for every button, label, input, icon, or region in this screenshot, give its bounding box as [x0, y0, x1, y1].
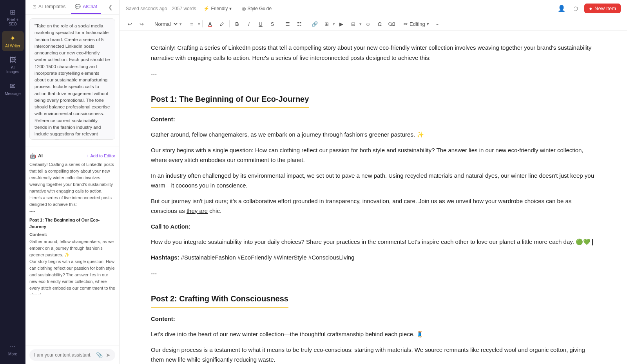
post1-cta-content: How do you integrate sustainability into…: [151, 238, 591, 245]
more-icon: ···: [10, 342, 16, 351]
editing-label: Editing: [410, 21, 425, 27]
ai-writer-icon: ✦: [10, 34, 16, 43]
sidebar-item-ai-images[interactable]: 🖼 AI Images: [2, 53, 24, 77]
sidebar: ⊞ Brief + SEO ✦ AI Writer 🖼 AI Images ✉ …: [0, 0, 25, 364]
top-bar-right: 👤 ⬡ ● New Item: [556, 3, 621, 14]
format-chevron-icon: ▾: [179, 22, 182, 27]
add-to-editor-button[interactable]: + Add to Editor: [87, 153, 115, 158]
saved-status: Saved seconds ago: [126, 6, 167, 11]
format-select[interactable]: Normal: [151, 21, 179, 27]
tone-chevron-icon: ▾: [229, 6, 232, 11]
panel: ⊡ AI Templates 💬 AIChat ❮ "Take on the r…: [25, 0, 120, 364]
style-guide-icon: ◎: [242, 6, 246, 11]
new-item-label: New Item: [594, 5, 616, 11]
separator-2: ---: [151, 268, 596, 279]
grid-button[interactable]: ⊟: [348, 19, 359, 29]
toolbar-sep-3: [202, 20, 203, 27]
sidebar-more-label: More: [8, 352, 17, 356]
sidebar-item-brief[interactable]: ⊞ Brief + SEO: [2, 5, 24, 29]
toolbar-more-button[interactable]: ···: [432, 19, 443, 29]
add-to-editor-label: Add to Editor: [90, 153, 115, 158]
emoji-button[interactable]: ☺: [362, 19, 373, 29]
sidebar-ai-images-label: AI Images: [4, 65, 22, 74]
red-dot-icon: ●: [589, 5, 592, 11]
sidebar-item-more[interactable]: ··· More: [2, 339, 24, 359]
post1-para4: But our journey isn't just ours; it's a …: [151, 196, 596, 216]
toolbar: ↩ ↪ Normal ▾ ≡ ▾ A 🖊 B I U S ☰ ☷ 🔗 ⊞ ▾ ▶…: [120, 17, 627, 31]
hashtags-label: Hashtags:: [151, 254, 179, 261]
attach-button[interactable]: 📎: [96, 352, 103, 358]
post1-hashtags: Hashtags: #SustainableFashion #EcoFriend…: [151, 252, 596, 263]
brief-icon: ⊞: [10, 8, 16, 16]
prompt-text: "Take on the role of a social media mark…: [34, 23, 110, 140]
tab-aichat[interactable]: 💬 AIChat: [71, 0, 101, 14]
word-count: 2057 words: [172, 6, 196, 11]
toolbar-sep-7: [399, 20, 399, 27]
tone-icon: ⚡: [203, 6, 209, 11]
chat-input-wrap: 📎 ➤: [29, 349, 115, 361]
tone-selector[interactable]: ⚡ Friendly ▾: [201, 5, 234, 13]
panel-collapse-btn[interactable]: ❮: [105, 0, 116, 14]
chat-input[interactable]: [34, 352, 93, 358]
post1-cta-label: Call to Action:: [151, 222, 596, 232]
send-button[interactable]: ➤: [106, 352, 111, 358]
style-guide-button[interactable]: ◎ Style Guide: [239, 5, 274, 13]
table-button[interactable]: ⊞: [321, 19, 332, 29]
tone-label: Friendly: [211, 6, 228, 11]
align-button[interactable]: ≡: [186, 19, 197, 29]
post1-heading: Post 1: The Beginning of Our Eco-Journey: [151, 92, 309, 108]
redo-button[interactable]: ↪: [136, 19, 147, 29]
editing-chevron-icon: ▾: [427, 22, 429, 27]
sidebar-item-ai-writer[interactable]: ✦ AI Writer: [2, 31, 24, 51]
ai-templates-icon: ⊡: [33, 4, 36, 9]
post1-cta-text: How do you integrate sustainability into…: [151, 237, 596, 247]
special-chars-button[interactable]: Ω: [374, 19, 385, 29]
editor-content[interactable]: Certainly! Crafting a series of LinkedIn…: [120, 31, 627, 364]
cursor: [592, 239, 593, 245]
toolbar-sep-2: [184, 20, 184, 27]
bullet-list-button[interactable]: ☰: [282, 19, 293, 29]
strikethrough-button[interactable]: S: [267, 19, 278, 29]
chat-input-area: 📎 ➤: [25, 346, 119, 364]
sidebar-ai-writer-label: AI Writer: [5, 44, 20, 48]
new-item-button[interactable]: ● New Item: [584, 4, 621, 13]
ai-images-icon: 🖼: [9, 56, 16, 64]
tab-ai-templates[interactable]: ⊡ AI Templates: [29, 0, 69, 14]
post2-heading: Post 2: Crafting With Consciousness: [151, 292, 288, 308]
share-icon: ⬡: [573, 5, 578, 12]
panel-tabs: ⊡ AI Templates 💬 AIChat ❮: [25, 0, 119, 14]
ai-avatar-icon: 🤖: [29, 153, 36, 159]
post1-para1-text: Gather around, fellow changemakers, as w…: [151, 131, 424, 138]
user-avatar-icon: 👤: [558, 5, 565, 12]
ai-label-text: AI: [38, 153, 43, 159]
chevron-left-icon: ❮: [108, 4, 113, 10]
format-clear-button[interactable]: ⌫: [386, 19, 397, 29]
play-button[interactable]: ▶: [336, 19, 347, 29]
intro-paragraph: Certainly! Crafting a series of LinkedIn…: [151, 43, 596, 63]
bold-button[interactable]: B: [232, 19, 243, 29]
ai-response-text: Certainly! Crafting a series of LinkedIn…: [29, 161, 115, 294]
align-chevron-icon: ▾: [198, 22, 200, 27]
separator-1: ---: [151, 69, 596, 79]
editor-area: Saved seconds ago 2057 words ⚡ Friendly …: [120, 0, 627, 364]
sidebar-item-message[interactable]: ✉ Message: [2, 79, 24, 99]
style-guide-label: Style Guide: [247, 6, 272, 11]
toolbar-sep-1: [149, 20, 149, 27]
link-button[interactable]: 🔗: [309, 19, 320, 29]
share-button[interactable]: ⬡: [570, 3, 581, 14]
highlight-button[interactable]: 🖊: [216, 19, 227, 29]
ai-label: 🤖 AI: [29, 153, 43, 159]
table-chevron-icon: ▾: [333, 22, 335, 27]
avatar-button[interactable]: 👤: [556, 3, 567, 14]
they-are-underline: they are: [187, 207, 208, 214]
post1-para3: In an industry often challenged by its e…: [151, 171, 596, 191]
plus-icon: +: [87, 153, 89, 158]
numbered-list-button[interactable]: ☷: [294, 19, 305, 29]
italic-button[interactable]: I: [243, 19, 254, 29]
undo-button[interactable]: ↩: [124, 19, 135, 29]
text-color-button[interactable]: A: [205, 19, 216, 29]
sidebar-message-label: Message: [5, 92, 21, 96]
tab-aichat-label: AIChat: [83, 4, 97, 9]
editing-mode-button[interactable]: ✏ Editing ▾: [401, 20, 431, 28]
underline-button[interactable]: U: [255, 19, 266, 29]
